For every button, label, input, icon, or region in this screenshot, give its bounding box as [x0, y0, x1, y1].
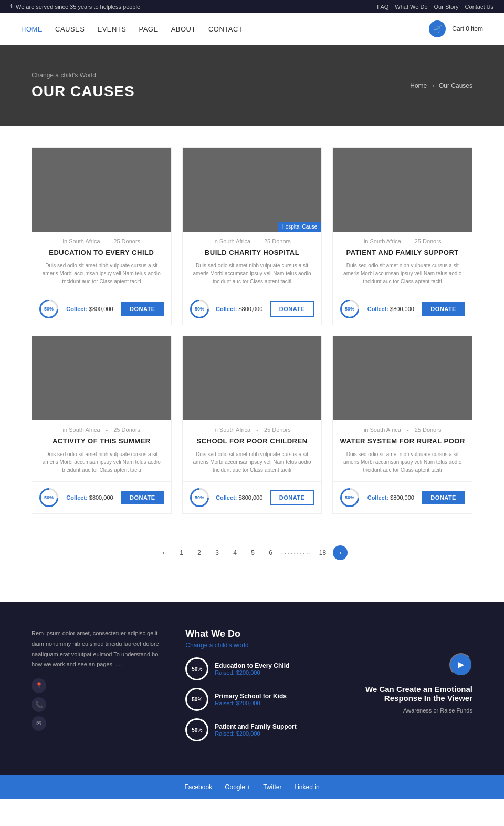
- bottom-bar: Facebook Google + Twitter Linked in: [0, 775, 504, 799]
- main-nav: HOME CAUSES EVENTS PAGE ABOUT CONTACT: [21, 25, 243, 33]
- faq-link[interactable]: FAQ: [377, 4, 388, 10]
- card-image-1: [32, 148, 171, 232]
- pagination: ‹ 1 2 3 4 5 6 ·········· 18 ›: [32, 535, 472, 581]
- nav-events[interactable]: EVENTS: [97, 25, 126, 33]
- page-3-button[interactable]: 3: [210, 545, 225, 560]
- card-title-5: SCHOOL FOR POOR CHILDREN: [183, 435, 322, 447]
- top-bar-message: We are served since 35 years to helpless…: [16, 4, 140, 10]
- card-desc-5: Duis sed odio sit amet nibh vulpuate cur…: [183, 447, 322, 477]
- nav-about[interactable]: ABOUT: [171, 25, 196, 33]
- card-title-2: BUILD CHARITY HOSPITAL: [183, 246, 322, 259]
- twitter-link[interactable]: Twitter: [263, 783, 281, 791]
- footer-contact-icons: 📍 📞 ✉: [32, 678, 164, 731]
- google-link[interactable]: Google +: [225, 783, 250, 791]
- cause-circle-2: 50%: [185, 688, 208, 711]
- top-bar-info: ℹ We are served since 35 years to helple…: [10, 3, 140, 10]
- collect-text-6: Collect: $800,000: [368, 494, 414, 501]
- footer-what-we-do-col: What We Do Change a child's world 50% Ed…: [185, 628, 318, 749]
- nav-causes[interactable]: CAUSES: [55, 25, 85, 33]
- cards-grid: in South Africa - 25 Donors EDUCATION TO…: [32, 147, 472, 514]
- footer-about-col: Rem ipsum dolor amet, consectetuer adipi…: [32, 628, 164, 749]
- footer-section: Rem ipsum dolor amet, consectetuer adipi…: [0, 602, 504, 775]
- pagination-dots: ··········: [281, 549, 312, 557]
- donate-button-3[interactable]: DONATE: [422, 302, 465, 316]
- card-separator-2: -: [256, 238, 260, 244]
- card-location-1: in South Africa: [63, 238, 100, 244]
- card-separator-6: -: [407, 427, 411, 433]
- linkedin-link[interactable]: Linked in: [295, 783, 320, 791]
- page-6-button[interactable]: 6: [264, 545, 278, 560]
- facebook-link[interactable]: Facebook: [184, 783, 212, 791]
- card-title-4: ACTIVITY OF THIS SUMMER: [32, 435, 171, 447]
- page-5-button[interactable]: 5: [246, 545, 260, 560]
- donate-button-4[interactable]: DONATE: [121, 491, 164, 504]
- contact-us-link[interactable]: Contact Us: [465, 4, 494, 10]
- nav-contact[interactable]: CONTACT: [208, 25, 243, 33]
- cause-item-3: 50% Patient and Family Support Raised: $…: [185, 718, 318, 741]
- main-content: in South Africa - 25 Donors EDUCATION TO…: [0, 126, 504, 602]
- card-separator-4: -: [106, 427, 110, 433]
- donate-button-2[interactable]: DONATE: [270, 301, 314, 317]
- nav-home[interactable]: HOME: [21, 25, 43, 33]
- nav-page[interactable]: PAGE: [139, 25, 158, 33]
- card-5: in South Africa - 25 Donors SCHOOL FOR P…: [182, 336, 322, 514]
- play-button[interactable]: ▶: [449, 653, 472, 676]
- card-separator-1: -: [106, 238, 110, 244]
- header-right: 🛒 Cart 0 item: [429, 20, 483, 37]
- card-meta-4: in South Africa - 25 Donors: [32, 420, 171, 435]
- collect-text-5: Collect: $800,000: [216, 494, 262, 501]
- header: HOME CAUSES EVENTS PAGE ABOUT CONTACT 🛒 …: [0, 13, 504, 45]
- card-6: in South Africa - 25 Donors WATER SYSTEM…: [332, 336, 472, 514]
- collect-text-3: Collect: $800,000: [368, 306, 414, 312]
- donate-button-6[interactable]: DONATE: [422, 491, 465, 504]
- card-image-6: [333, 336, 472, 420]
- our-story-link[interactable]: Our Story: [434, 4, 459, 10]
- donate-button-5[interactable]: DONATE: [270, 490, 314, 505]
- collect-text-1: Collect: $800,000: [66, 306, 113, 312]
- page-2-button[interactable]: 2: [192, 545, 207, 560]
- breadcrumb-home: Home: [410, 82, 427, 89]
- next-page-button[interactable]: ›: [333, 545, 348, 560]
- video-text: We Can Create an Emotional Response In t…: [340, 685, 472, 725]
- what-we-do-link[interactable]: What We Do: [395, 4, 427, 10]
- prev-page-button[interactable]: ‹: [156, 545, 171, 560]
- cause-circle-3: 50%: [185, 718, 208, 741]
- card-title-3: PATIENT AND FAMILY SUPPORT: [333, 246, 472, 259]
- card-title-6: WATER SYSTEM FOR RURAL POOR: [333, 435, 472, 447]
- card-footer-5: 50% Collect: $800,000 DONATE: [183, 481, 322, 513]
- cart-button[interactable]: 🛒: [429, 20, 446, 37]
- card-desc-3: Duis sed odio sit amet nibh vulpuate cur…: [333, 259, 472, 288]
- card-image-3: [333, 148, 472, 232]
- cause-info-1: Education to Every Child Raised: $200,00…: [215, 662, 289, 676]
- top-bar: ℹ We are served since 35 years to helple…: [0, 0, 504, 13]
- card-desc-4: Duis sed odio sit amet nibh vulpuate cur…: [32, 447, 171, 477]
- card-footer-3: 50% Collect: $800,000 DONATE: [333, 293, 472, 325]
- email-icon[interactable]: ✉: [32, 716, 46, 731]
- cart-label: Cart 0 item: [452, 25, 483, 33]
- card-image-4: [32, 336, 171, 420]
- cause-item-1: 50% Education to Every Child Raised: $20…: [185, 657, 318, 680]
- card-desc-1: Duis sed odio sit amet nibh vulpuate cur…: [32, 259, 171, 288]
- card-meta-3: in South Africa - 25 Donors: [333, 232, 472, 246]
- card-donors-6: 25 Donors: [415, 427, 442, 433]
- card-image-2: Hospital Cause: [183, 148, 322, 232]
- progress-circle-2: 50%: [186, 296, 213, 323]
- card-2: Hospital Cause in South Africa - 25 Dono…: [182, 147, 322, 325]
- hero-text: Change a child's World OUR CAUSES: [32, 71, 135, 100]
- breadcrumb: Home › Our Causes: [410, 82, 472, 89]
- donate-button-1[interactable]: DONATE: [121, 302, 164, 316]
- phone-icon[interactable]: 📞: [32, 697, 46, 712]
- card-footer-2: 50% Collect: $800,000 DONATE: [183, 293, 322, 325]
- location-icon[interactable]: 📍: [32, 678, 46, 693]
- page-4-button[interactable]: 4: [228, 545, 243, 560]
- breadcrumb-current: Our Causes: [439, 82, 472, 89]
- page-last-button[interactable]: 18: [315, 545, 330, 560]
- cause-circle-1: 50%: [185, 657, 208, 680]
- cause-info-2: Primary School for Kids Raised: $200,000: [215, 693, 287, 706]
- card-separator-5: -: [256, 427, 260, 433]
- cause-info-3: Patient and Family Support Raised: $200,…: [215, 723, 296, 737]
- what-we-do-title: What We Do: [185, 628, 318, 639]
- page-1-button[interactable]: 1: [174, 545, 189, 560]
- collect-text-4: Collect: $800,000: [66, 494, 113, 501]
- info-icon: ℹ: [10, 3, 13, 10]
